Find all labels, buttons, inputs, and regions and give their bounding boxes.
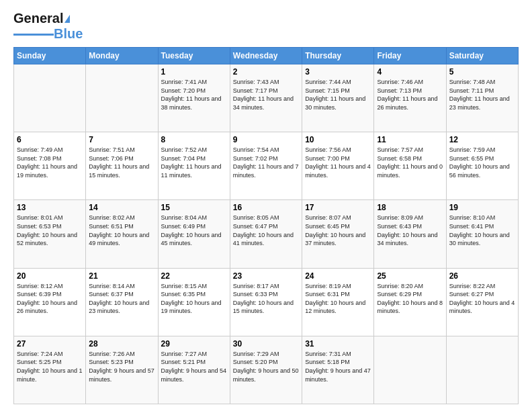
day-cell: 9Sunrise: 7:54 AMSunset: 7:02 PMDaylight… [230, 132, 302, 200]
day-info: Sunrise: 8:07 AMSunset: 6:45 PMDaylight:… [305, 214, 371, 247]
day-info: Sunrise: 7:51 AMSunset: 7:06 PMDaylight:… [89, 146, 154, 179]
day-number: 4 [377, 67, 443, 77]
day-info: Sunrise: 7:56 AMSunset: 7:00 PMDaylight:… [305, 146, 371, 179]
day-info: Sunrise: 8:22 AMSunset: 6:27 PMDaylight:… [449, 282, 515, 316]
logo: General Blue [13, 11, 83, 42]
week-row-4: 20Sunrise: 8:12 AMSunset: 6:39 PMDayligh… [14, 268, 519, 336]
day-number: 18 [377, 203, 443, 212]
day-number: 8 [161, 135, 227, 144]
day-cell: 10Sunrise: 7:56 AMSunset: 7:00 PMDayligh… [302, 132, 374, 200]
logo-line [13, 34, 54, 36]
logo-blue: Blue [54, 26, 83, 42]
day-info: Sunrise: 7:54 AMSunset: 7:02 PMDaylight:… [233, 146, 299, 179]
day-cell: 8Sunrise: 7:52 AMSunset: 7:04 PMDaylight… [158, 132, 230, 200]
day-info: Sunrise: 8:14 AMSunset: 6:37 PMDaylight:… [89, 282, 154, 316]
day-cell [14, 64, 86, 132]
day-number: 13 [17, 203, 83, 212]
day-info: Sunrise: 7:59 AMSunset: 6:55 PMDaylight:… [449, 146, 515, 179]
calendar-table: SundayMondayTuesdayWednesdayThursdayFrid… [13, 47, 519, 404]
day-info: Sunrise: 8:19 AMSunset: 6:31 PMDaylight:… [305, 282, 371, 316]
col-header-wednesday: Wednesday [230, 48, 302, 64]
day-cell: 16Sunrise: 8:05 AMSunset: 6:47 PMDayligh… [230, 200, 302, 268]
day-info: Sunrise: 7:24 AMSunset: 5:25 PMDaylight:… [17, 350, 83, 383]
day-cell: 20Sunrise: 8:12 AMSunset: 6:39 PMDayligh… [14, 268, 86, 336]
day-cell: 15Sunrise: 8:04 AMSunset: 6:49 PMDayligh… [158, 200, 230, 268]
day-info: Sunrise: 7:57 AMSunset: 6:58 PMDaylight:… [377, 146, 443, 179]
day-info: Sunrise: 7:46 AMSunset: 7:13 PMDaylight:… [377, 78, 443, 111]
day-number: 23 [233, 271, 299, 281]
day-number: 28 [89, 339, 154, 349]
day-cell: 3Sunrise: 7:44 AMSunset: 7:15 PMDaylight… [302, 64, 374, 132]
day-number: 5 [449, 67, 515, 77]
day-cell: 23Sunrise: 8:17 AMSunset: 6:33 PMDayligh… [230, 268, 302, 336]
day-cell: 7Sunrise: 7:51 AMSunset: 7:06 PMDaylight… [86, 132, 158, 200]
day-info: Sunrise: 7:49 AMSunset: 7:08 PMDaylight:… [17, 146, 83, 179]
day-info: Sunrise: 8:17 AMSunset: 6:33 PMDaylight:… [233, 282, 299, 316]
day-number: 3 [305, 67, 371, 77]
day-number: 29 [161, 339, 227, 349]
day-cell: 1Sunrise: 7:41 AMSunset: 7:20 PMDaylight… [158, 64, 230, 132]
day-cell [374, 336, 446, 404]
day-cell: 21Sunrise: 8:14 AMSunset: 6:37 PMDayligh… [86, 268, 158, 336]
day-cell: 19Sunrise: 8:10 AMSunset: 6:41 PMDayligh… [446, 200, 518, 268]
day-number: 19 [449, 203, 515, 212]
day-info: Sunrise: 7:31 AMSunset: 5:18 PMDaylight:… [305, 350, 371, 383]
day-number: 14 [89, 203, 154, 212]
day-info: Sunrise: 8:05 AMSunset: 6:47 PMDaylight:… [233, 214, 299, 247]
day-number: 16 [233, 203, 299, 212]
logo-triangle-icon [64, 15, 70, 23]
day-number: 17 [305, 203, 371, 212]
day-number: 31 [305, 339, 371, 349]
col-header-friday: Friday [374, 48, 446, 64]
day-number: 22 [161, 271, 227, 281]
day-info: Sunrise: 8:09 AMSunset: 6:43 PMDaylight:… [377, 214, 443, 247]
header-row: SundayMondayTuesdayWednesdayThursdayFrid… [14, 48, 519, 64]
day-info: Sunrise: 7:48 AMSunset: 7:11 PMDaylight:… [449, 78, 515, 111]
day-cell: 24Sunrise: 8:19 AMSunset: 6:31 PMDayligh… [302, 268, 374, 336]
day-number: 11 [377, 135, 443, 144]
col-header-tuesday: Tuesday [158, 48, 230, 64]
week-row-5: 27Sunrise: 7:24 AMSunset: 5:25 PMDayligh… [14, 336, 519, 404]
week-row-3: 13Sunrise: 8:01 AMSunset: 6:53 PMDayligh… [14, 200, 519, 268]
day-number: 6 [17, 135, 83, 144]
logo-general: General [13, 11, 63, 26]
day-cell: 26Sunrise: 8:22 AMSunset: 6:27 PMDayligh… [446, 268, 518, 336]
day-number: 2 [233, 67, 299, 77]
week-row-1: 1Sunrise: 7:41 AMSunset: 7:20 PMDaylight… [14, 64, 519, 132]
day-cell: 25Sunrise: 8:20 AMSunset: 6:29 PMDayligh… [374, 268, 446, 336]
day-cell: 17Sunrise: 8:07 AMSunset: 6:45 PMDayligh… [302, 200, 374, 268]
day-cell: 28Sunrise: 7:26 AMSunset: 5:23 PMDayligh… [86, 336, 158, 404]
header: General Blue [13, 11, 519, 42]
day-info: Sunrise: 8:20 AMSunset: 6:29 PMDaylight:… [377, 282, 443, 316]
day-cell: 14Sunrise: 8:02 AMSunset: 6:51 PMDayligh… [86, 200, 158, 268]
day-info: Sunrise: 8:04 AMSunset: 6:49 PMDaylight:… [161, 214, 227, 247]
day-cell: 27Sunrise: 7:24 AMSunset: 5:25 PMDayligh… [14, 336, 86, 404]
col-header-sunday: Sunday [14, 48, 86, 64]
day-cell: 22Sunrise: 8:15 AMSunset: 6:35 PMDayligh… [158, 268, 230, 336]
day-number: 9 [233, 135, 299, 144]
day-cell: 11Sunrise: 7:57 AMSunset: 6:58 PMDayligh… [374, 132, 446, 200]
day-info: Sunrise: 8:10 AMSunset: 6:41 PMDaylight:… [449, 214, 515, 247]
day-number: 20 [17, 271, 83, 281]
day-info: Sunrise: 8:15 AMSunset: 6:35 PMDaylight:… [161, 282, 227, 316]
day-cell: 2Sunrise: 7:43 AMSunset: 7:17 PMDaylight… [230, 64, 302, 132]
day-info: Sunrise: 8:12 AMSunset: 6:39 PMDaylight:… [17, 282, 83, 316]
day-info: Sunrise: 7:52 AMSunset: 7:04 PMDaylight:… [161, 146, 227, 179]
day-number: 15 [161, 203, 227, 212]
day-info: Sunrise: 7:26 AMSunset: 5:23 PMDaylight:… [89, 350, 154, 383]
day-info: Sunrise: 7:43 AMSunset: 7:17 PMDaylight:… [233, 78, 299, 111]
day-number: 7 [89, 135, 154, 144]
day-info: Sunrise: 8:01 AMSunset: 6:53 PMDaylight:… [17, 214, 83, 247]
page: General Blue SundayMondayTuesdayWednesda… [0, 0, 532, 411]
day-number: 27 [17, 339, 83, 349]
day-number: 26 [449, 271, 515, 281]
day-cell: 31Sunrise: 7:31 AMSunset: 5:18 PMDayligh… [302, 336, 374, 404]
col-header-thursday: Thursday [302, 48, 374, 64]
day-cell: 4Sunrise: 7:46 AMSunset: 7:13 PMDaylight… [374, 64, 446, 132]
day-number: 24 [305, 271, 371, 281]
day-cell: 29Sunrise: 7:27 AMSunset: 5:21 PMDayligh… [158, 336, 230, 404]
day-cell [86, 64, 158, 132]
day-info: Sunrise: 7:41 AMSunset: 7:20 PMDaylight:… [161, 78, 227, 111]
day-cell: 5Sunrise: 7:48 AMSunset: 7:11 PMDaylight… [446, 64, 518, 132]
day-number: 25 [377, 271, 443, 281]
